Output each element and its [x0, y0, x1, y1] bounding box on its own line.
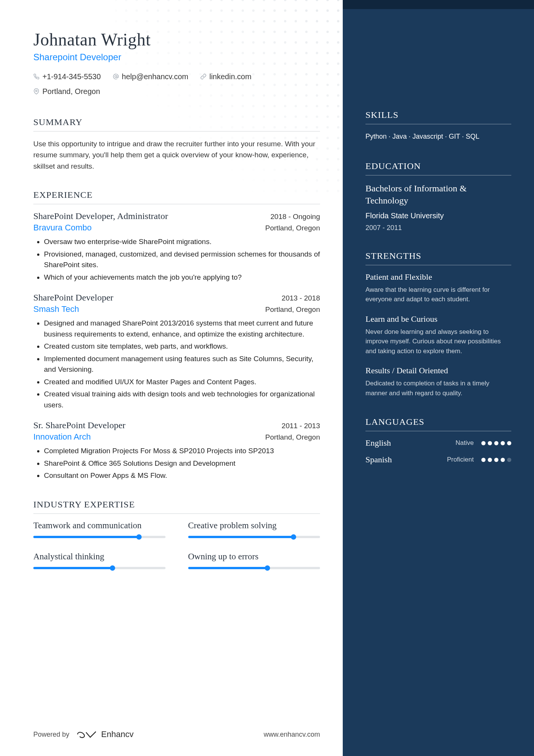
summary-section: SUMMARY Use this opportunity to intrigue… — [33, 117, 320, 172]
job-bullet: Oversaw two enterprise-wide SharePoint m… — [44, 236, 320, 247]
job-company: Smash Tech — [33, 304, 79, 314]
job-title: SharePoint Developer, Administrator — [33, 211, 168, 221]
expertise-item: Owning up to errors — [188, 552, 320, 569]
contact-phone: +1-914-345-5530 — [33, 69, 101, 84]
languages-title: LANGUAGES — [365, 417, 511, 431]
strength-desc: Aware that the learning curve is differe… — [365, 285, 511, 304]
language-level: Proficient — [447, 456, 474, 463]
job-bullet: SharePoint & Office 365 Solutions Design… — [44, 458, 320, 469]
language-level: Native — [456, 439, 474, 447]
experience-title: EXPERIENCE — [33, 190, 320, 204]
proficiency-dot — [501, 441, 505, 445]
job-bullet: Consultant on Power Apps & MS Flow. — [44, 470, 320, 481]
edu-school: Florida State University — [365, 211, 511, 220]
left-column: Johnatan Wright Sharepoint Developer +1-… — [0, 0, 343, 756]
job: SharePoint Developer, Administrator 2018… — [33, 211, 320, 283]
edu-dates: 2007 - 2011 — [365, 224, 511, 232]
proficiency-dot — [488, 458, 492, 462]
footer: Powered by Enhancv www.enhancv.com — [33, 729, 320, 739]
job-dates: 2011 - 2013 — [282, 422, 320, 430]
logo-mark-icon — [76, 729, 97, 739]
svg-point-0 — [115, 75, 117, 77]
job-title: Sr. SharePoint Developer — [33, 420, 125, 430]
skills-title: SKILLS — [365, 110, 511, 124]
job-bullet: Implemented document management using fe… — [44, 354, 320, 375]
education-title: EDUCATION — [365, 161, 511, 175]
strengths-title: STRENGTHS — [365, 251, 511, 265]
expertise-item: Teamwork and communication — [33, 521, 166, 538]
strength-item: Patient and Flexible Aware that the lear… — [365, 272, 511, 304]
contact-location: Portland, Oregon — [33, 84, 100, 99]
proficiency-dot — [481, 441, 486, 445]
edu-degree: Bachelors of Information & Technology — [365, 182, 511, 207]
proficiency-dots — [481, 441, 511, 445]
expertise-label: Owning up to errors — [188, 552, 320, 562]
job-bullets: Oversaw two enterprise-wide SharePoint m… — [33, 236, 320, 283]
job-dates: 2018 - Ongoing — [270, 213, 320, 221]
job: SharePoint Developer 2013 - 2018 Smash T… — [33, 293, 320, 410]
experience-section: EXPERIENCE SharePoint Developer, Adminis… — [33, 190, 320, 481]
link-icon — [200, 74, 206, 80]
proficiency-dot — [494, 441, 498, 445]
language-name: Spanish — [365, 455, 447, 465]
proficiency-dot — [507, 441, 511, 445]
expertise-slider — [33, 536, 166, 538]
expertise-label: Teamwork and communication — [33, 521, 166, 531]
job-location: Portland, Oregon — [265, 224, 320, 232]
job-bullet: Designed and managed SharePoint 2013/201… — [44, 318, 320, 340]
proficiency-dot — [481, 458, 486, 462]
expertise-slider — [188, 536, 320, 538]
job-bullet: Created visual training aids with design… — [44, 389, 320, 410]
strength-item: Learn and be Curious Never done learning… — [365, 314, 511, 356]
footer-url: www.enhancv.com — [264, 731, 320, 739]
strengths-section: STRENGTHS Patient and Flexible Aware tha… — [365, 251, 511, 398]
expertise-title: INDUSTRY EXPERTISE — [33, 499, 320, 514]
person-title: Sharepoint Developer — [33, 52, 320, 63]
strength-title: Patient and Flexible — [365, 272, 511, 282]
expertise-slider — [188, 567, 320, 569]
enhancv-logo: Enhancv — [76, 729, 134, 739]
job-bullet: Which of your achievements match the job… — [44, 272, 320, 283]
job-bullet: Created and modified UI/UX for Master Pa… — [44, 377, 320, 388]
job-bullets: Designed and managed SharePoint 2013/201… — [33, 318, 320, 410]
strength-title: Results / Detail Oriented — [365, 366, 511, 376]
proficiency-dot — [507, 458, 511, 462]
summary-body: Use this opportunity to intrigue and dra… — [33, 138, 320, 172]
job-bullet: Provisioned, managed, customized, and de… — [44, 249, 320, 271]
strength-title: Learn and be Curious — [365, 314, 511, 324]
job-location: Portland, Oregon — [265, 433, 320, 441]
phone-text: +1-914-345-5530 — [42, 69, 101, 84]
job-company: Innovation Arch — [33, 432, 91, 442]
resume-page: Johnatan Wright Sharepoint Developer +1-… — [0, 0, 534, 756]
right-column: SKILLS Python · Java · Javascript · GIT … — [343, 0, 534, 756]
map-pin-icon — [33, 88, 39, 94]
expertise-slider — [33, 567, 166, 569]
job-title: SharePoint Developer — [33, 293, 113, 303]
location-text: Portland, Oregon — [42, 84, 100, 99]
expertise-section: INDUSTRY EXPERTISE Teamwork and communic… — [33, 499, 320, 569]
at-icon — [113, 74, 119, 80]
linkedin-text: linkedin.com — [209, 69, 251, 84]
skills-list: Python · Java · Javascript · GIT · SQL — [365, 131, 511, 142]
contact-row: +1-914-345-5530 help@enhancv.com linkedi… — [33, 69, 320, 99]
job-company: Bravura Combo — [33, 223, 92, 233]
job: Sr. SharePoint Developer 2011 - 2013 Inn… — [33, 420, 320, 481]
logo-text: Enhancv — [101, 729, 134, 739]
proficiency-dot — [488, 441, 492, 445]
expertise-label: Creative problem solving — [188, 521, 320, 531]
strength-desc: Dedicated to completion of tasks in a ti… — [365, 379, 511, 398]
expertise-item: Creative problem solving — [188, 521, 320, 538]
education-section: EDUCATION Bachelors of Information & Tec… — [365, 161, 511, 232]
phone-icon — [33, 74, 39, 80]
job-location: Portland, Oregon — [265, 305, 320, 314]
strength-desc: Never done learning and always seeking t… — [365, 327, 511, 356]
languages-section: LANGUAGES English Native Spanish Profici… — [365, 417, 511, 465]
strength-item: Results / Detail Oriented Dedicated to c… — [365, 366, 511, 398]
proficiency-dot — [501, 458, 505, 462]
job-dates: 2013 - 2018 — [282, 294, 320, 302]
expertise-item: Analystical thinking — [33, 552, 166, 569]
person-name: Johnatan Wright — [33, 30, 320, 50]
job-bullet: Created custom site templates, web parts… — [44, 341, 320, 352]
proficiency-dot — [494, 458, 498, 462]
language-row: English Native — [365, 438, 511, 448]
